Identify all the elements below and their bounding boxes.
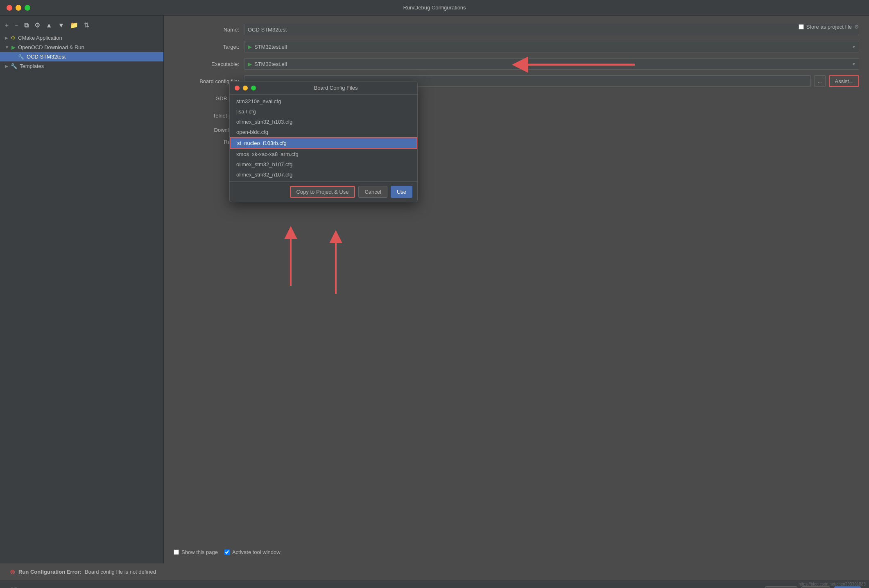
- error-bar: ⊗ Run Configuration Error: Board config …: [0, 563, 869, 580]
- sidebar-item-templates-label: Templates: [20, 63, 44, 69]
- error-icon: ⊗: [10, 568, 15, 576]
- help-button[interactable]: ?: [8, 587, 20, 588]
- cancel-main-button[interactable]: Cancel: [765, 586, 797, 588]
- sidebar-item-openocd[interactable]: ▼ ▶ OpenOCD Download & Run: [0, 43, 163, 52]
- sidebar: + − ⧉ ⚙ ▲ ▼ 📁 ⇅ ▶ ⚙ CMake Application ▼ …: [0, 16, 164, 563]
- copy-config-button[interactable]: ⧉: [23, 21, 30, 30]
- move-up-button[interactable]: ▲: [44, 21, 54, 30]
- maximize-button[interactable]: [25, 5, 30, 11]
- title-bar: Run/Debug Configurations: [0, 0, 869, 16]
- template-icon: 🔧: [11, 63, 17, 69]
- ok-button[interactable]: OK: [834, 586, 861, 588]
- expand-arrow-templates: ▶: [5, 64, 8, 68]
- apply-button[interactable]: Apply: [801, 586, 831, 588]
- settings-button[interactable]: ⚙: [33, 20, 42, 30]
- remove-config-button[interactable]: −: [13, 21, 20, 30]
- bottom-left: ?: [8, 587, 20, 588]
- content-area: Store as project file ⚙ Name: Target: ▶ …: [164, 16, 869, 563]
- url-bar: https://blog.csdn.net/chen793391833: [799, 582, 866, 586]
- error-detail: Board config file is not defined: [85, 569, 156, 575]
- expand-arrow-cmake: ▶: [5, 36, 8, 40]
- sidebar-item-cmake[interactable]: ▶ ⚙ CMake Application: [0, 33, 163, 43]
- url-text: https://blog.csdn.net/chen793391833: [799, 582, 866, 586]
- move-down-button[interactable]: ▼: [57, 21, 66, 30]
- main-layout: + − ⧉ ⚙ ▲ ▼ 📁 ⇅ ▶ ⚙ CMake Application ▼ …: [0, 16, 869, 563]
- annotation-arrows: [164, 16, 869, 563]
- window-controls: [7, 5, 30, 11]
- cmake-icon: ⚙: [11, 35, 16, 41]
- expand-arrow-openocd: ▼: [5, 45, 9, 50]
- sidebar-item-ocd-label: OCD STM32test: [27, 54, 66, 60]
- close-button[interactable]: [7, 5, 12, 11]
- error-message: Run Configuration Error:: [18, 569, 81, 575]
- ocd-icon: 🔧: [18, 54, 24, 60]
- sidebar-item-cmake-label: CMake Application: [18, 35, 62, 41]
- bottom-bar: ? Cancel Apply OK: [0, 580, 869, 588]
- folder-button[interactable]: 📁: [68, 20, 80, 30]
- add-config-button[interactable]: +: [3, 21, 10, 30]
- sidebar-item-openocd-label: OpenOCD Download & Run: [18, 44, 84, 50]
- openocd-icon: ▶: [11, 44, 16, 50]
- bottom-right: Cancel Apply OK: [765, 586, 861, 588]
- sort-button[interactable]: ⇅: [82, 20, 91, 30]
- sidebar-item-templates[interactable]: ▶ 🔧 Templates: [0, 61, 163, 71]
- minimize-button[interactable]: [16, 5, 21, 11]
- sidebar-item-ocd-stm32[interactable]: 🔧 OCD STM32test: [0, 52, 163, 61]
- sidebar-toolbar: + − ⧉ ⚙ ▲ ▼ 📁 ⇅: [0, 19, 163, 32]
- window-title: Run/Debug Configurations: [403, 5, 466, 11]
